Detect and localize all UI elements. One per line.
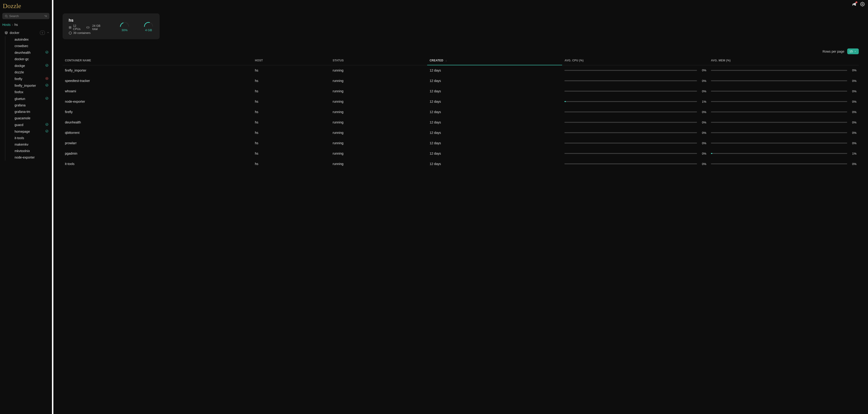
sidebar-item-firefox[interactable]: firefox: [10, 89, 52, 95]
sidebar-item-label: deunhealth: [14, 51, 31, 55]
table-row[interactable]: whoamihsrunning12 days0%0%: [63, 86, 859, 97]
progress-bar: [711, 111, 847, 112]
cell-created: 12 days: [427, 148, 562, 159]
table-row[interactable]: firefly_importerhsrunning12 days0%0%: [63, 65, 859, 76]
svg-point-9: [46, 97, 48, 100]
sidebar-item-grafana[interactable]: grafana: [10, 102, 52, 108]
svg-point-10: [46, 123, 48, 126]
col-container-name[interactable]: CONTAINER NAME: [63, 56, 252, 65]
cell-cpu: 0%: [562, 117, 709, 128]
cell-mem: 0%: [709, 97, 859, 107]
sidebar-item-deunhealth[interactable]: deunhealth: [10, 49, 52, 56]
search-input[interactable]: Search ^K: [2, 13, 50, 19]
cell-status: running: [330, 138, 427, 148]
cell-created: 12 days: [427, 65, 562, 76]
sidebar-item-label: grafana: [14, 103, 25, 107]
merge-badge[interactable]: ⑂: [40, 31, 45, 35]
sidebar-item-crowdsec[interactable]: crowdsec: [10, 43, 52, 49]
table-row[interactable]: fireflyhsrunning12 days0%0%: [63, 107, 859, 117]
col-mem[interactable]: AVG. MEM (%): [709, 56, 859, 65]
sidebar-item-firefly[interactable]: firefly: [10, 75, 52, 82]
progress-bar: [711, 143, 847, 143]
cell-status: running: [330, 128, 427, 138]
table-row[interactable]: node-exporterhsrunning12 days1%0%: [63, 97, 859, 107]
progress-bar: [711, 163, 847, 164]
layers-icon: [5, 31, 8, 34]
check-circle-icon: [45, 130, 49, 133]
cell-host: hs: [252, 159, 330, 169]
progress-bar: [711, 101, 847, 102]
sidebar-item-guacd[interactable]: guacd: [10, 122, 52, 128]
search-icon: [5, 14, 8, 18]
table-row[interactable]: pgadminhsrunning12 days0%1%: [63, 148, 859, 159]
progress-bar: [564, 111, 697, 112]
sidebar-item-guacamole[interactable]: guacamole: [10, 115, 52, 122]
cell-cpu: 0%: [562, 148, 709, 159]
sidebar-item-label: node-exporter: [14, 156, 35, 159]
rows-per-page-value: 15: [849, 49, 853, 53]
main-content: hs 12 CPUs 24 GB total 39 containers: [53, 0, 868, 414]
table-row[interactable]: prowlarrhsrunning12 days0%0%: [63, 138, 859, 148]
group-header-docker[interactable]: docker ⑂: [0, 29, 52, 36]
svg-point-0: [5, 15, 7, 17]
sidebar-item-mkvtoolnix[interactable]: mkvtoolnix: [10, 148, 52, 154]
cell-created: 12 days: [427, 117, 562, 128]
sidebar-item-label: guacd: [14, 123, 23, 127]
host-card[interactable]: hs 12 CPUs 24 GB total 39 containers: [63, 13, 160, 39]
sidebar-item-homepage[interactable]: homepage: [10, 128, 52, 135]
cpu-gauge: 30%: [119, 21, 130, 32]
pct-value: 0%: [849, 100, 857, 103]
sidebar-item-docker-gc[interactable]: docker-gc: [10, 56, 52, 62]
sidebar-item-firefly_importer[interactable]: firefly_importer: [10, 82, 52, 89]
rows-per-page-select[interactable]: 15: [847, 48, 859, 54]
topbar: [852, 2, 865, 7]
announcements-icon[interactable]: [852, 2, 857, 7]
table-row[interactable]: qbittorrenthsrunning12 days0%0%: [63, 128, 859, 138]
cell-created: 12 days: [427, 76, 562, 86]
col-created[interactable]: CREATED ↓: [427, 56, 562, 65]
sidebar-item-label: firefly_importer: [14, 84, 36, 88]
table-row[interactable]: it-toolshsrunning12 days0%0%: [63, 159, 859, 169]
cell-status: running: [330, 148, 427, 159]
col-host[interactable]: HOST: [252, 56, 330, 65]
pct-value: 0%: [849, 141, 857, 145]
table-row[interactable]: deunhealthhsrunning12 days0%0%: [63, 117, 859, 128]
memory-icon: [86, 26, 89, 29]
cell-cpu: 0%: [562, 138, 709, 148]
cell-status: running: [330, 97, 427, 107]
cell-created: 12 days: [427, 97, 562, 107]
col-status[interactable]: STATUS: [330, 56, 427, 65]
cell-name: firefly_importer: [63, 65, 252, 76]
sidebar-item-autoindex[interactable]: autoindex: [10, 36, 52, 43]
col-cpu[interactable]: AVG. CPU (%): [562, 56, 709, 65]
sidebar-item-gluetun[interactable]: gluetun: [10, 95, 52, 102]
sidebar-item-label: homepage: [14, 130, 30, 133]
sidebar-item-dockge[interactable]: dockge: [10, 62, 52, 69]
breadcrumb-root[interactable]: Hosts: [2, 23, 11, 27]
sidebar-item-dozzle[interactable]: dozzle: [10, 69, 52, 75]
progress-bar: [711, 122, 847, 123]
sidebar-item-grafana-tm[interactable]: grafana-tm: [10, 108, 52, 115]
settings-icon[interactable]: [860, 2, 865, 7]
sidebar-item-makemkv[interactable]: makemkv: [10, 141, 52, 148]
sidebar-item-node-exporter[interactable]: node-exporter: [10, 154, 52, 161]
cell-status: running: [330, 107, 427, 117]
pct-value: 0%: [699, 152, 706, 155]
cell-name: deunhealth: [63, 117, 252, 128]
group-name: docker: [10, 31, 20, 35]
pct-value: 0%: [849, 162, 857, 166]
table-row[interactable]: speedtest-trackerhsrunning12 days0%0%: [63, 76, 859, 86]
svg-rect-15: [87, 27, 89, 28]
cell-mem: 0%: [709, 65, 859, 76]
chevron-up-icon: [47, 31, 50, 35]
sidebar-item-it-tools[interactable]: it-tools: [10, 135, 52, 141]
app-logo[interactable]: Dozzle: [0, 0, 52, 13]
pct-value: 0%: [699, 131, 706, 135]
cell-name: speedtest-tracker: [63, 76, 252, 86]
svg-point-11: [46, 130, 48, 133]
cpu-icon: [69, 26, 72, 29]
host-containers: 39 containers: [73, 31, 91, 35]
cell-cpu: 0%: [562, 107, 709, 117]
svg-rect-14: [70, 27, 70, 28]
svg-point-3: [46, 51, 48, 54]
